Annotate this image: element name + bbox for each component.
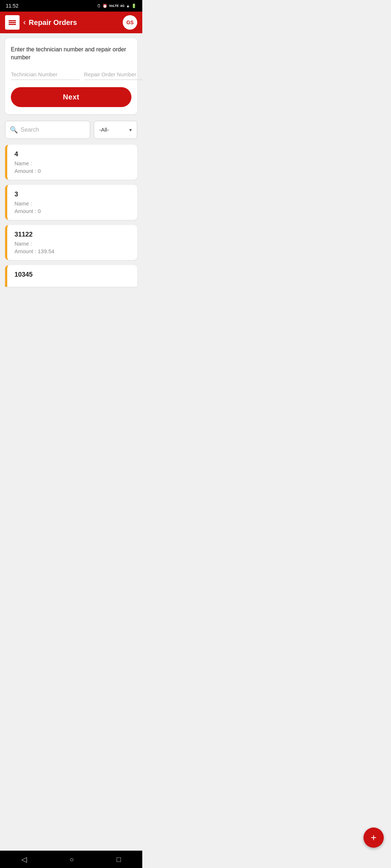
- search-box[interactable]: 🔍: [5, 121, 90, 139]
- repair-order-number-input[interactable]: [84, 69, 142, 80]
- alarm-icon: ⏰: [102, 4, 108, 8]
- search-row: 🔍 -All- ▾: [5, 121, 137, 139]
- list-item[interactable]: 3 Name : Amount : 0: [5, 185, 137, 220]
- avatar[interactable]: GS: [123, 15, 137, 30]
- status-time: 11:52: [6, 3, 18, 9]
- item-amount: Amount : 139.54: [14, 248, 131, 254]
- next-button[interactable]: Next: [11, 87, 131, 107]
- filter-dropdown[interactable]: -All- ▾: [94, 121, 137, 139]
- item-name: Name :: [14, 200, 131, 207]
- signal-icon: ▲: [126, 4, 130, 8]
- status-bar: 11:52 🗒 ⏰ VoLTE 4G ▲ 🔋: [0, 0, 142, 12]
- list-item[interactable]: 4 Name : Amount : 0: [5, 145, 137, 180]
- back-button[interactable]: ‹: [23, 18, 26, 27]
- form-description: Enter the technician number and repair o…: [11, 46, 131, 62]
- form-card: Enter the technician number and repair o…: [5, 38, 137, 114]
- form-fields: [11, 69, 131, 80]
- filter-label: -All-: [99, 127, 126, 133]
- list-item-partial[interactable]: 10345: [5, 265, 137, 287]
- page-title: Repair Orders: [29, 18, 123, 27]
- item-amount: Amount : 0: [14, 168, 131, 174]
- app-logo: [5, 15, 20, 30]
- item-id: 10345: [14, 271, 131, 278]
- battery-icon: 🔋: [131, 4, 136, 8]
- search-icon: 🔍: [10, 126, 18, 134]
- chevron-down-icon: ▾: [129, 127, 132, 133]
- search-input[interactable]: [21, 127, 85, 133]
- item-name: Name :: [14, 160, 131, 166]
- status-icons: 🗒 ⏰ VoLTE 4G ▲ 🔋: [97, 4, 136, 8]
- network-icon: 4G: [120, 4, 125, 8]
- message-icon: 🗒: [97, 4, 101, 8]
- main-content: Enter the technician number and repair o…: [0, 33, 142, 292]
- technician-number-input[interactable]: [11, 69, 80, 80]
- header: ‹ Repair Orders GS: [0, 12, 142, 33]
- volte-icon: VoLTE: [109, 4, 119, 8]
- item-id: 4: [14, 150, 131, 158]
- list-item[interactable]: 31122 Name : Amount : 139.54: [5, 225, 137, 260]
- item-name: Name :: [14, 241, 131, 247]
- item-amount: Amount : 0: [14, 208, 131, 214]
- item-id: 3: [14, 191, 131, 198]
- item-id: 31122: [14, 231, 131, 238]
